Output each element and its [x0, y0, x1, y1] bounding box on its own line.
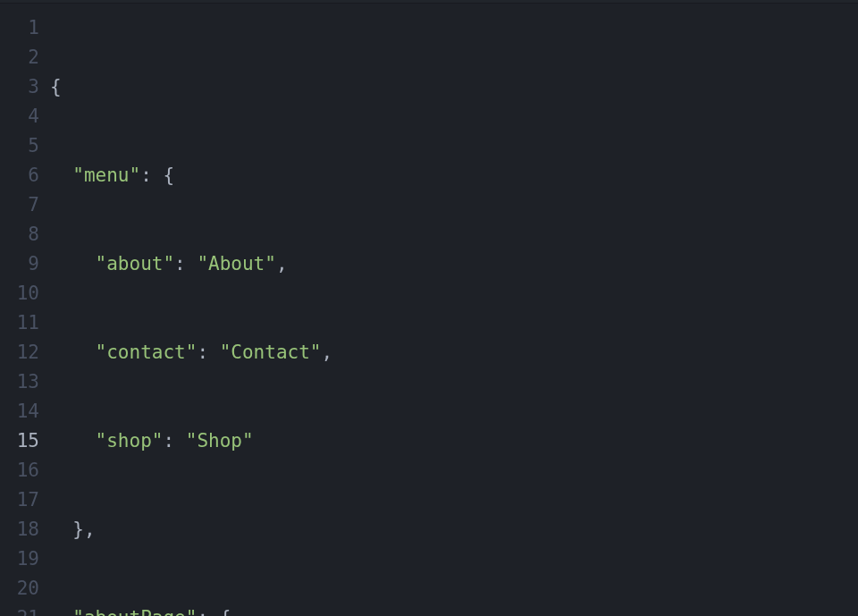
line-number: 8 [0, 220, 39, 249]
line-number: 15 [0, 426, 39, 456]
line-number: 19 [0, 544, 39, 574]
line-number: 12 [0, 338, 39, 367]
line-number: 21 [0, 603, 39, 616]
brace: { [163, 165, 174, 186]
line-number: 13 [0, 367, 39, 397]
brace: } [72, 519, 84, 540]
line-number: 9 [0, 249, 39, 279]
line-number: 3 [0, 72, 39, 102]
line-number: 6 [0, 161, 39, 190]
json-key: "contact" [96, 342, 198, 363]
line-number: 4 [0, 102, 39, 131]
json-key: "about" [96, 253, 175, 274]
line-number: 14 [0, 397, 39, 426]
line-number: 11 [0, 308, 39, 338]
line-number: 18 [0, 515, 39, 544]
brace: { [220, 607, 231, 616]
line-number: 5 [0, 131, 39, 161]
code-line[interactable]: "contact": "Contact", [50, 338, 858, 367]
line-number-gutter: 1 2 3 4 5 6 7 8 9 10 11 12 13 14 15 16 1… [0, 4, 46, 616]
json-string: "Contact" [220, 342, 322, 363]
code-line[interactable]: "aboutPage": { [50, 603, 858, 616]
code-editor[interactable]: 1 2 3 4 5 6 7 8 9 10 11 12 13 14 15 16 1… [0, 4, 858, 616]
line-number: 1 [0, 13, 39, 43]
code-line[interactable]: "menu": { [50, 161, 858, 190]
line-number: 20 [0, 574, 39, 603]
brace: { [50, 76, 62, 97]
json-string: "About" [197, 253, 276, 274]
line-number: 2 [0, 43, 39, 72]
json-key: "menu" [72, 165, 140, 186]
json-string: "Shop" [186, 430, 254, 451]
json-key: "shop" [96, 430, 164, 451]
code-line[interactable]: }, [50, 515, 858, 544]
json-key: "aboutPage" [72, 607, 197, 616]
code-line[interactable]: { [50, 72, 858, 102]
code-line[interactable]: "shop": "Shop" [50, 426, 858, 456]
line-number: 16 [0, 456, 39, 485]
line-number: 7 [0, 190, 39, 220]
code-area[interactable]: { "menu": { "about": "About", "contact":… [46, 4, 858, 616]
line-number: 17 [0, 485, 39, 515]
code-line[interactable]: "about": "About", [50, 249, 858, 279]
line-number: 10 [0, 279, 39, 308]
